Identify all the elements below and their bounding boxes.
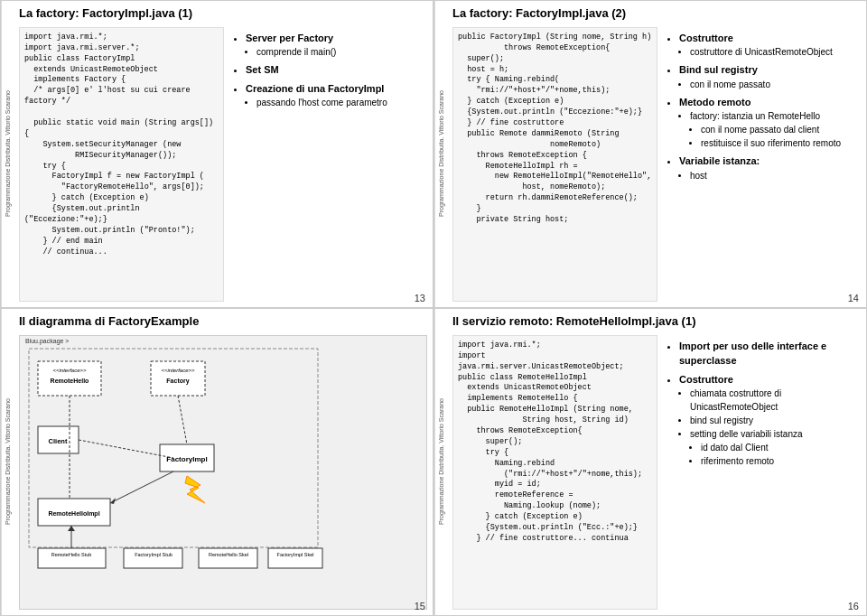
bullet-item: Variabile istanza: — [679, 154, 861, 169]
svg-line-13 — [79, 440, 173, 458]
bullet-item: Creazione di una FactoryImpl — [246, 81, 427, 97]
slide-14: Programmazione Distribuita. Vittorio Sca… — [434, 0, 867, 308]
slide-16-code: import java.rmi.*; import java.rmi.serve… — [452, 335, 657, 610]
svg-text:RemoteHello: RemoteHello — [51, 378, 89, 384]
slide-15-num: 15 — [415, 601, 425, 611]
slide-grid: Programmazione Distribuita. Vittorio Sca… — [0, 0, 867, 616]
svg-text:<<interface>>: <<interface>> — [161, 368, 195, 373]
bullet-item: con il nome passato dal client — [701, 123, 861, 136]
slide-15-title: Il diagramma di FactoryExample — [19, 314, 427, 330]
slide-16: Programmazione Distribuita. Vittorio Sca… — [434, 308, 867, 616]
bullet-item: riferimento remoto — [701, 454, 861, 468]
svg-text:Factory: Factory — [166, 378, 189, 385]
bullet-item: Server per Factory — [246, 31, 427, 46]
bullet-item: Set SM — [246, 62, 427, 78]
bullet-item: setting delle variabili istanza — [690, 427, 861, 441]
bullet-item: passando l'host come parametro — [256, 96, 427, 109]
slide-15: Programmazione Distribuita. Vittorio Sca… — [0, 308, 434, 616]
svg-text:RemoteHelloImpl: RemoteHelloImpl — [48, 510, 99, 518]
side-label-14: Programmazione Distribuita. Vittorio Sca… — [434, 1, 447, 307]
slide-14-code: public FactoryImpl (String nome, String … — [452, 27, 657, 302]
bullet-item: id dato dal Client — [701, 441, 861, 454]
svg-text:Client: Client — [49, 437, 68, 445]
bullet-item: comprende il main() — [256, 45, 427, 59]
slide-14-num: 14 — [848, 293, 859, 303]
svg-text:FactoryImpl Skel: FactoryImpl Skel — [277, 552, 314, 557]
bullet-item: Costruttore — [679, 31, 861, 46]
bullet-item: Bind sul registry — [679, 62, 861, 78]
svg-text:<<interface>>: <<interface>> — [52, 368, 87, 373]
slide-13: Programmazione Distribuita. Vittorio Sca… — [0, 0, 434, 308]
side-label-13: Programmazione Distribuita. Vittorio Sca… — [1, 1, 14, 307]
diagram-area: Bluu.package > <<interface>> RemoteHello… — [19, 335, 427, 610]
svg-text:FactoryImpl Stub: FactoryImpl Stub — [135, 552, 172, 557]
svg-marker-28 — [185, 476, 205, 503]
svg-text:RemoteHello Stub: RemoteHello Stub — [51, 552, 92, 557]
svg-marker-27 — [68, 526, 75, 531]
bullet-item: factory: istanzia un RemoteHello — [690, 109, 861, 123]
slide-13-num: 13 — [415, 293, 425, 303]
side-label-16: Programmazione Distribuita. Vittorio Sca… — [434, 309, 447, 615]
bullet-item: restituisce il suo riferimento remoto — [701, 136, 861, 150]
diagram-svg: <<interface>> RemoteHello <<interface>> … — [20, 336, 426, 609]
svg-text:FactoryImpl: FactoryImpl — [166, 455, 207, 463]
bullet-item: chiamata costruttore di UnicastRemoteObj… — [690, 387, 861, 414]
slide-14-title: La factory: FactoryImpl.java (2) — [452, 6, 861, 22]
bullet-item: Import per uso delle interface e supercl… — [679, 339, 861, 369]
bullet-item: Costruttore — [679, 372, 861, 387]
slide-13-code: import java.rmi.*; import java.rmi.serve… — [19, 27, 224, 302]
slide-14-bullets: Costruttore costruttore di UnicastRemote… — [663, 27, 861, 302]
bullet-item: costruttore di UnicastRemoteObject — [690, 45, 861, 59]
svg-text:RemoteHello Skel: RemoteHello Skel — [209, 552, 248, 557]
bullet-item: host — [690, 169, 861, 182]
slide-16-num: 16 — [848, 601, 859, 611]
slide-16-bullets: Import per uso delle interface e supercl… — [663, 335, 861, 610]
bullet-item: Metodo remoto — [679, 95, 861, 110]
slide-13-title: La factory: FactoryImpl.java (1) — [19, 6, 427, 22]
bullet-item: con il nome passato — [690, 78, 861, 91]
side-label-15: Programmazione Distribuita. Vittorio Sca… — [1, 309, 14, 615]
svg-line-16 — [110, 471, 173, 503]
bullet-item: bind sul registry — [690, 414, 861, 427]
svg-line-14 — [178, 396, 187, 444]
slide-13-bullets: Server per Factory comprende il main() S… — [229, 27, 427, 302]
slide-16-title: Il servizio remoto: RemoteHelloImpl.java… — [452, 314, 861, 330]
